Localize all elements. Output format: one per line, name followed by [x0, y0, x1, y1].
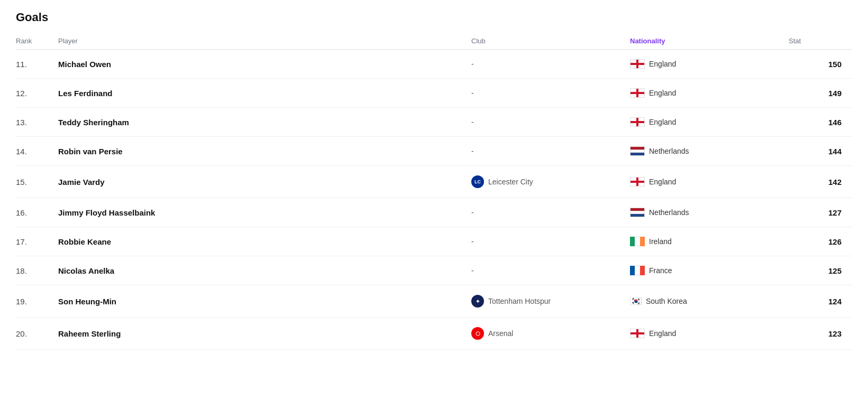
club-cell: - — [471, 208, 630, 217]
nationality-name: France — [649, 266, 672, 275]
nationality-cell: 🇰🇷 South Korea — [630, 295, 789, 307]
table-header: Rank Player Club Nationality Stat — [16, 33, 852, 50]
club-name: - — [471, 60, 474, 68]
table-row: 17. Robbie Keane - Ireland 126 — [16, 227, 852, 256]
player-name-cell: Son Heung-Min — [58, 297, 471, 306]
player-name-cell: Jimmy Floyd Hasselbaink — [58, 208, 471, 217]
club-name: - — [471, 266, 474, 275]
club-cell: ✦ Tottenham Hotspur — [471, 295, 630, 308]
club-cell: - — [471, 147, 630, 155]
player-name-cell: Teddy Sheringham — [58, 118, 471, 127]
page-title: Goals — [16, 11, 852, 24]
leicester-logo: LC — [471, 175, 484, 188]
nationality-name: England — [649, 89, 676, 97]
nationality-cell: England — [630, 117, 789, 127]
stat-cell: 127 — [789, 208, 852, 217]
rank-cell: 13. — [16, 118, 58, 127]
stat-cell: 142 — [789, 178, 852, 187]
header-player: Player — [58, 37, 471, 45]
club-cell: - — [471, 89, 630, 97]
nationality-cell: England — [630, 59, 789, 69]
nationality-name: England — [649, 118, 676, 126]
nationality-cell: Ireland — [630, 237, 789, 246]
nationality-name: England — [649, 329, 676, 338]
france-flag — [630, 266, 645, 275]
stat-cell: 125 — [789, 266, 852, 275]
table-row: 14. Robin van Persie - Netherlands 144 — [16, 137, 852, 166]
nationality-name: England — [649, 178, 676, 186]
club-name: - — [471, 118, 474, 126]
rank-cell: 12. — [16, 89, 58, 98]
club-cell: - — [471, 237, 630, 246]
england-flag — [630, 329, 645, 338]
netherlands-flag — [630, 146, 645, 156]
club-name: - — [471, 208, 474, 217]
stat-cell: 126 — [789, 237, 852, 246]
club-name: - — [471, 89, 474, 97]
club-name: Leicester City — [488, 178, 533, 186]
nationality-cell: France — [630, 266, 789, 275]
netherlands-flag — [630, 208, 645, 217]
player-name-cell: Robin van Persie — [58, 147, 471, 156]
player-name-cell: Jamie Vardy — [58, 178, 471, 187]
table-body: 11. Michael Owen - England 150 12. Les F… — [16, 50, 852, 350]
header-stat: Stat — [789, 37, 852, 45]
header-nationality: Nationality — [630, 37, 789, 45]
stat-cell: 144 — [789, 147, 852, 156]
rank-cell: 15. — [16, 178, 58, 187]
table-row: 11. Michael Owen - England 150 — [16, 50, 852, 79]
table-row: 12. Les Ferdinand - England 149 — [16, 79, 852, 108]
table-row: 13. Teddy Sheringham - England 146 — [16, 108, 852, 137]
england-flag — [630, 88, 645, 98]
tottenham-logo: ✦ — [471, 295, 484, 308]
club-name: Tottenham Hotspur — [488, 297, 551, 305]
stat-cell: 146 — [789, 118, 852, 127]
nationality-name: Netherlands — [649, 147, 689, 155]
rank-cell: 19. — [16, 297, 58, 306]
nationality-cell: England — [630, 88, 789, 98]
player-name-cell: Nicolas Anelka — [58, 266, 471, 275]
nationality-name: England — [649, 60, 676, 68]
arsenal-logo: ⬡ — [471, 327, 484, 340]
player-name-cell: Robbie Keane — [58, 237, 471, 246]
nationality-name: Netherlands — [649, 208, 689, 217]
england-flag — [630, 59, 645, 69]
rank-cell: 11. — [16, 60, 58, 69]
england-flag — [630, 177, 645, 187]
england-flag — [630, 117, 645, 127]
ireland-flag — [630, 237, 645, 246]
header-rank: Rank — [16, 37, 58, 45]
club-name: - — [471, 237, 474, 246]
nationality-cell: Netherlands — [630, 208, 789, 217]
southkorea-flag: 🇰🇷 — [630, 295, 642, 307]
header-club: Club — [471, 37, 630, 45]
nationality-name: South Korea — [646, 297, 687, 305]
stat-cell: 150 — [789, 60, 852, 69]
player-name-cell: Les Ferdinand — [58, 89, 471, 98]
rank-cell: 20. — [16, 329, 58, 338]
club-cell: LC Leicester City — [471, 175, 630, 188]
club-cell: - — [471, 60, 630, 68]
table-row: 18. Nicolas Anelka - France 125 — [16, 256, 852, 285]
stat-cell: 149 — [789, 89, 852, 98]
club-name: - — [471, 147, 474, 155]
nationality-cell: Netherlands — [630, 146, 789, 156]
nationality-cell: England — [630, 177, 789, 187]
player-name-cell: Michael Owen — [58, 60, 471, 69]
club-cell: - — [471, 118, 630, 126]
table-row: 19. Son Heung-Min ✦ Tottenham Hotspur 🇰🇷… — [16, 285, 852, 318]
rank-cell: 18. — [16, 266, 58, 275]
stat-cell: 123 — [789, 329, 852, 338]
table-row: 20. Raheem Sterling ⬡ Arsenal England 12… — [16, 318, 852, 350]
rank-cell: 14. — [16, 147, 58, 156]
player-name-cell: Raheem Sterling — [58, 329, 471, 338]
rank-cell: 16. — [16, 208, 58, 217]
table-row: 16. Jimmy Floyd Hasselbaink - Netherland… — [16, 198, 852, 227]
club-cell: ⬡ Arsenal — [471, 327, 630, 340]
rank-cell: 17. — [16, 237, 58, 246]
table-row: 15. Jamie Vardy LC Leicester City Englan… — [16, 166, 852, 198]
club-cell: - — [471, 266, 630, 275]
nationality-name: Ireland — [649, 237, 672, 246]
nationality-cell: England — [630, 329, 789, 338]
stat-cell: 124 — [789, 297, 852, 306]
